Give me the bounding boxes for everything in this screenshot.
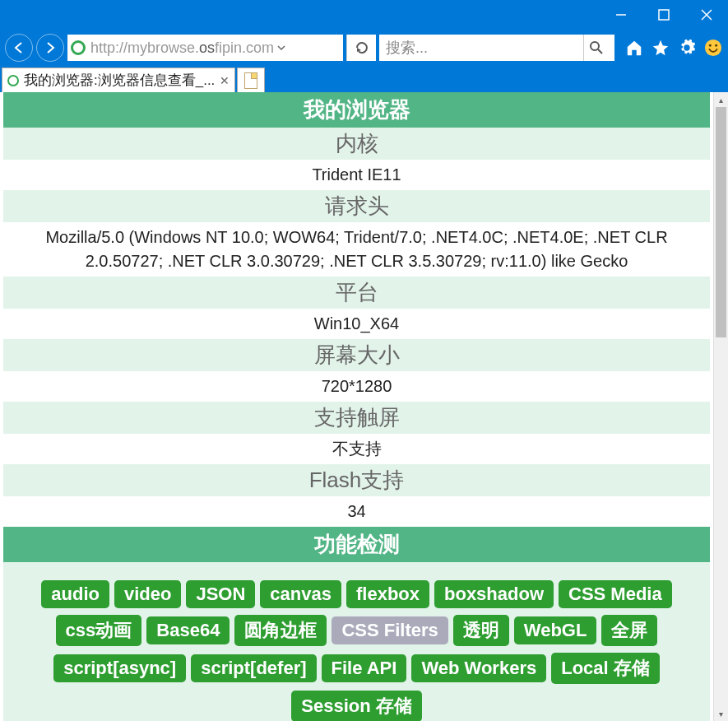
site-favicon-icon [71, 40, 86, 55]
search-placeholder: 搜索... [386, 38, 583, 58]
info-row-value: 34 [3, 496, 710, 527]
browser-toolbar: http://mybrowse.osfipin.com 搜索... [0, 30, 728, 66]
smiley-icon[interactable] [703, 38, 723, 58]
vertical-scrollbar[interactable]: ▴ ▾ [713, 92, 728, 721]
tab-active[interactable]: 我的浏览器:浏览器信息查看_... ✕ [2, 67, 235, 92]
new-tab-button[interactable] [237, 67, 265, 92]
scroll-up-icon[interactable]: ▴ [714, 92, 728, 107]
scrollbar-thumb[interactable] [716, 107, 726, 337]
feature-badge: CSS Filters [332, 616, 447, 644]
search-button[interactable] [583, 35, 608, 61]
feature-badge: script[defer] [191, 654, 316, 682]
info-row-value: Win10_X64 [3, 309, 710, 339]
home-icon[interactable] [624, 38, 644, 58]
feature-badge: video [114, 580, 181, 608]
search-bar[interactable]: 搜索... [379, 35, 614, 61]
feature-badge: Local 存储 [551, 653, 660, 684]
svg-point-8 [715, 44, 717, 47]
settings-icon[interactable] [677, 38, 697, 58]
feature-badge: canvas [260, 580, 341, 608]
refresh-button[interactable] [346, 35, 376, 61]
info-row-label: 支持触屏 [3, 402, 710, 434]
info-row-value: 720*1280 [3, 371, 710, 402]
feature-badge: script[async] [53, 654, 186, 682]
info-row-label: 屏幕大小 [3, 339, 710, 371]
back-button[interactable] [5, 34, 33, 62]
viewport: 我的浏览器 内核Trident IE11请求头Mozilla/5.0 (Wind… [0, 92, 728, 721]
feature-badge: flexbox [346, 580, 429, 608]
svg-point-4 [591, 42, 599, 50]
info-row-label: 平台 [3, 277, 710, 309]
info-row-value: Trident IE11 [3, 160, 710, 190]
feature-badge: 全屏 [601, 615, 657, 646]
feature-badge: 圆角边框 [234, 615, 327, 646]
info-row-label: Flash支持 [3, 464, 710, 496]
tab-close-button[interactable]: ✕ [220, 74, 230, 87]
svg-rect-1 [659, 10, 669, 20]
page-title: 我的浏览器 [3, 92, 710, 128]
features-title: 功能检测 [3, 527, 710, 562]
feature-badge: 透明 [453, 615, 509, 646]
svg-point-6 [705, 40, 721, 56]
window-titlebar [0, 0, 728, 30]
tab-favicon-icon [7, 75, 19, 86]
feature-badge: audio [41, 580, 109, 608]
feature-badge: CSS Media [559, 580, 672, 608]
new-tab-icon [244, 72, 257, 89]
forward-button[interactable] [36, 34, 64, 62]
feature-badge: Session 存储 [291, 691, 421, 721]
svg-point-7 [709, 44, 712, 47]
address-bar[interactable]: http://mybrowse.osfipin.com [67, 35, 343, 61]
feature-badge: WebGL [514, 616, 597, 644]
feature-badge: css动画 [56, 615, 142, 646]
window-minimize-button[interactable] [600, 0, 642, 30]
info-row-value: 不支持 [3, 434, 710, 464]
feature-badge: boxshadow [434, 580, 554, 608]
url-text: http://mybrowse.osfipin.com [90, 40, 274, 57]
toolbar-icons [618, 38, 723, 58]
page-content: 我的浏览器 内核Trident IE11请求头Mozilla/5.0 (Wind… [0, 92, 713, 721]
favorites-icon[interactable] [651, 38, 670, 58]
scroll-down-icon[interactable]: ▾ [714, 706, 728, 721]
feature-badge: File API [322, 654, 407, 682]
tab-bar: 我的浏览器:浏览器信息查看_... ✕ [0, 66, 728, 92]
window-maximize-button[interactable] [642, 0, 685, 30]
info-row-label: 内核 [3, 128, 710, 160]
tab-title: 我的浏览器:浏览器信息查看_... [24, 71, 215, 90]
feature-badge: JSON [186, 580, 255, 608]
window-close-button[interactable] [685, 0, 728, 30]
svg-line-5 [598, 49, 602, 53]
info-row-label: 请求头 [3, 190, 710, 222]
info-row-value: Mozilla/5.0 (Windows NT 10.0; WOW64; Tri… [3, 222, 710, 277]
address-dropdown-icon[interactable] [274, 44, 289, 52]
features-box: audiovideoJSONcanvasflexboxboxshadowCSS … [3, 562, 710, 721]
feature-badge: Web Workers [411, 654, 546, 682]
feature-badge: Base64 [146, 616, 230, 644]
